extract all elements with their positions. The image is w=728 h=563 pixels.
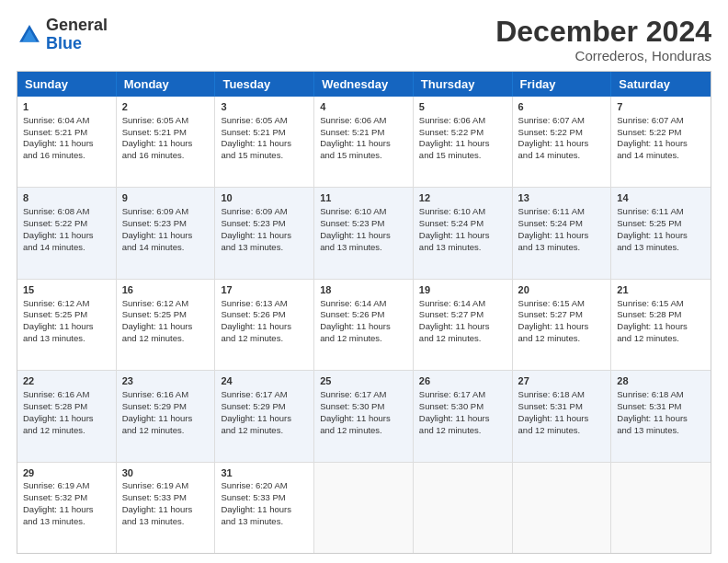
day-info-line: Daylight: 11 hours [122, 138, 193, 148]
day-cell-25: 25Sunrise: 6:17 AMSunset: 5:30 PMDayligh… [314, 371, 414, 461]
day-number: 16 [122, 283, 210, 297]
day-info-line: Sunrise: 6:05 AM [221, 115, 287, 125]
day-info-line: and 14 minutes. [617, 150, 679, 160]
day-info-line: Daylight: 11 hours [320, 230, 391, 240]
day-info-line: Sunset: 5:28 PM [617, 309, 681, 319]
day-info-line: Sunset: 5:29 PM [221, 401, 285, 411]
day-cell-23: 23Sunrise: 6:16 AMSunset: 5:29 PMDayligh… [117, 371, 216, 461]
day-info-line: Sunrise: 6:18 AM [617, 389, 683, 399]
day-info-line: Daylight: 11 hours [221, 413, 291, 423]
day-info-line: Sunset: 5:29 PM [122, 401, 187, 411]
day-info-line: Sunrise: 6:07 AM [518, 115, 585, 125]
day-info-line: Sunset: 5:33 PM [221, 492, 285, 502]
day-info-line: Sunrise: 6:17 AM [221, 389, 287, 399]
day-info-line: Sunset: 5:25 PM [23, 309, 87, 319]
day-info-line: Sunrise: 6:17 AM [320, 389, 386, 399]
day-info-line: Sunrise: 6:10 AM [320, 206, 386, 216]
day-info-line: Sunrise: 6:12 AM [23, 298, 89, 308]
day-cell-19: 19Sunrise: 6:14 AMSunset: 5:27 PMDayligh… [414, 280, 513, 370]
day-cell-10: 10Sunrise: 6:09 AMSunset: 5:23 PMDayligh… [215, 188, 314, 278]
day-number: 6 [518, 100, 606, 114]
day-info-line: Sunrise: 6:16 AM [23, 389, 89, 399]
day-info-line: and 14 minutes. [122, 242, 185, 252]
day-info-line: Sunrise: 6:07 AM [617, 115, 683, 125]
day-number: 3 [221, 100, 308, 114]
day-cell-22: 22Sunrise: 6:16 AMSunset: 5:28 PMDayligh… [17, 371, 117, 461]
day-info-line: Sunset: 5:24 PM [518, 218, 583, 228]
day-number: 4 [320, 100, 407, 114]
calendar-row-4: 22Sunrise: 6:16 AMSunset: 5:28 PMDayligh… [17, 370, 711, 461]
day-cell-28: 28Sunrise: 6:18 AMSunset: 5:31 PMDayligh… [611, 371, 711, 461]
day-cell-2: 2Sunrise: 6:05 AMSunset: 5:21 PMDaylight… [117, 97, 216, 187]
day-cell-6: 6Sunrise: 6:07 AMSunset: 5:22 PMDaylight… [513, 97, 612, 187]
day-cell-8: 8Sunrise: 6:08 AMSunset: 5:22 PMDaylight… [17, 188, 117, 278]
day-number: 23 [122, 374, 210, 388]
day-info-line: Daylight: 11 hours [221, 138, 291, 148]
logo-text: General Blue [46, 17, 108, 53]
day-number: 5 [419, 100, 506, 114]
day-number: 13 [518, 191, 606, 205]
day-info-line: Daylight: 11 hours [122, 413, 193, 423]
page: General Blue December 2024 Correderos, H… [0, 0, 728, 563]
day-info-line: Daylight: 11 hours [23, 321, 94, 331]
day-info-line: Sunset: 5:21 PM [122, 127, 187, 137]
day-info-line: and 13 minutes. [122, 516, 185, 526]
day-info-line: Sunset: 5:22 PM [617, 127, 681, 137]
day-cell-16: 16Sunrise: 6:12 AMSunset: 5:25 PMDayligh… [117, 280, 216, 370]
day-info-line: Daylight: 11 hours [419, 413, 490, 423]
day-number: 27 [518, 374, 606, 388]
day-info-line: Sunrise: 6:08 AM [23, 206, 89, 216]
day-cell-27: 27Sunrise: 6:18 AMSunset: 5:31 PMDayligh… [513, 371, 612, 461]
day-info-line: Sunset: 5:23 PM [221, 218, 285, 228]
day-number: 1 [23, 100, 110, 114]
header-cell-friday: Friday [513, 72, 612, 97]
day-info-line: Sunrise: 6:16 AM [122, 389, 188, 399]
day-number: 10 [221, 191, 308, 205]
day-number: 9 [122, 191, 210, 205]
day-info-line: Daylight: 11 hours [23, 230, 94, 240]
empty-cell [314, 463, 414, 553]
day-info-line: Sunset: 5:22 PM [23, 218, 87, 228]
day-info-line: Daylight: 11 hours [320, 138, 391, 148]
day-info-line: Daylight: 11 hours [320, 413, 391, 423]
day-info-line: and 15 minutes. [320, 150, 382, 160]
day-info-line: and 12 minutes. [419, 425, 482, 435]
day-number: 31 [221, 466, 308, 480]
day-info-line: Sunset: 5:25 PM [122, 309, 187, 319]
day-info-line: and 12 minutes. [23, 425, 85, 435]
day-number: 18 [320, 283, 407, 297]
day-info-line: and 13 minutes. [221, 516, 283, 526]
day-info-line: Daylight: 11 hours [122, 230, 193, 240]
day-info-line: Sunset: 5:21 PM [23, 127, 87, 137]
day-info-line: Daylight: 11 hours [518, 321, 589, 331]
day-info-line: Sunrise: 6:19 AM [23, 480, 89, 490]
day-info-line: Sunset: 5:26 PM [320, 309, 384, 319]
day-cell-3: 3Sunrise: 6:05 AMSunset: 5:21 PMDaylight… [215, 97, 314, 187]
day-info-line: Daylight: 11 hours [617, 321, 688, 331]
location-label: Correderos, Honduras [495, 48, 711, 63]
day-info-line: Sunset: 5:27 PM [518, 309, 583, 319]
day-info-line: Sunset: 5:27 PM [419, 309, 483, 319]
day-info-line: and 12 minutes. [320, 425, 382, 435]
day-cell-20: 20Sunrise: 6:15 AMSunset: 5:27 PMDayligh… [513, 280, 612, 370]
day-number: 29 [23, 466, 110, 480]
day-number: 19 [419, 283, 506, 297]
day-info-line: Sunset: 5:31 PM [518, 401, 583, 411]
day-info-line: and 13 minutes. [23, 333, 85, 343]
day-cell-15: 15Sunrise: 6:12 AMSunset: 5:25 PMDayligh… [17, 280, 117, 370]
day-info-line: and 12 minutes. [320, 333, 382, 343]
day-info-line: Daylight: 11 hours [518, 138, 589, 148]
day-info-line: Sunrise: 6:15 AM [617, 298, 683, 308]
day-info-line: Daylight: 11 hours [518, 413, 589, 423]
day-info-line: and 12 minutes. [122, 425, 185, 435]
day-cell-12: 12Sunrise: 6:10 AMSunset: 5:24 PMDayligh… [414, 188, 513, 278]
day-info-line: Daylight: 11 hours [419, 138, 490, 148]
day-info-line: Daylight: 11 hours [320, 321, 391, 331]
calendar-row-3: 15Sunrise: 6:12 AMSunset: 5:25 PMDayligh… [17, 279, 711, 370]
day-number: 2 [122, 100, 210, 114]
day-info-line: and 16 minutes. [23, 150, 85, 160]
day-info-line: Daylight: 11 hours [122, 321, 193, 331]
empty-cell [611, 463, 711, 553]
day-info-line: Sunset: 5:30 PM [320, 401, 384, 411]
day-info-line: Daylight: 11 hours [221, 321, 291, 331]
